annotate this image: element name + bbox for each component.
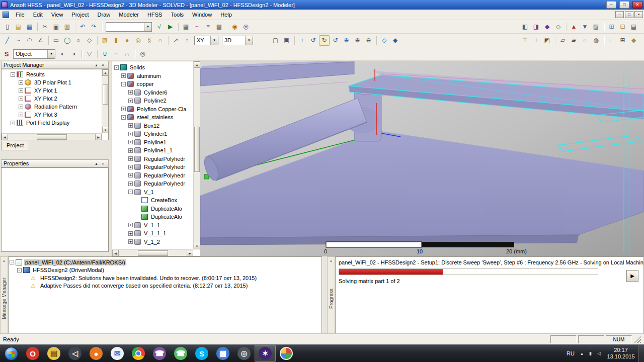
toolbar-separator[interactable] <box>553 35 557 46</box>
menu-file[interactable]: File <box>12 10 29 19</box>
hfss-solver-icon[interactable]: S <box>2 49 11 58</box>
show-desktop-button[interactable] <box>638 345 644 362</box>
close-icon[interactable]: × <box>328 258 334 264</box>
tree-item[interactable]: - V_1 <box>114 188 193 197</box>
tree-expander[interactable]: + <box>128 132 133 136</box>
select-face-icon[interactable]: ▣ <box>281 35 292 46</box>
rotate-screen-icon[interactable]: ↺ <box>330 35 341 46</box>
drawing-plane-combo[interactable]: XY <box>194 36 218 45</box>
draw-sphere-icon[interactable]: ● <box>122 35 132 46</box>
scroll-thumb[interactable] <box>37 134 67 140</box>
tree-item[interactable]: + Radiation Pattern <box>3 103 108 111</box>
tree-item[interactable]: + Cylinder1 <box>114 130 193 138</box>
taskbar-paint[interactable] <box>276 345 297 362</box>
chevron-down-icon[interactable] <box>144 23 151 31</box>
panel-splitter[interactable] <box>322 256 327 334</box>
menu-hfss[interactable]: HFSS <box>143 10 166 19</box>
toolbar-separator[interactable] <box>133 49 137 59</box>
scroll-left-icon[interactable]: ◀ <box>112 250 119 256</box>
rotate-around-center-icon[interactable]: ↺ <box>308 35 318 46</box>
scrollbar-vertical[interactable]: ▲ ▼ <box>193 61 200 249</box>
scroll-thumb[interactable] <box>103 84 108 105</box>
tree-expander[interactable]: + <box>19 80 23 85</box>
mesh-plot-icon[interactable]: ▨ <box>591 22 601 32</box>
vertex-handle[interactable] <box>204 174 209 179</box>
tree-item[interactable]: + RegularPolyhedr <box>114 179 193 188</box>
menu-view[interactable]: View <box>47 10 67 19</box>
close-icon[interactable]: × <box>100 62 106 68</box>
pin-icon[interactable]: ▴ <box>93 62 100 68</box>
tree-item[interactable]: - copper <box>114 80 193 88</box>
scroll-right-icon[interactable]: ▶ <box>187 250 193 256</box>
scroll-thumb[interactable] <box>138 250 168 256</box>
near-field-icon[interactable]: ◇ <box>553 22 564 32</box>
excitation-display-icon[interactable]: ⊟ <box>617 22 628 32</box>
results-plot-icon[interactable]: ◎ <box>240 22 251 32</box>
draw-ellipse-icon[interactable]: ◯ <box>62 35 72 46</box>
close-icon[interactable]: × <box>100 160 106 166</box>
taskbar-skype[interactable]: S <box>191 345 212 362</box>
cut-icon[interactable]: ✂ <box>40 22 50 32</box>
open-file-icon[interactable]: ▤ <box>13 22 24 32</box>
toolbar-separator[interactable] <box>602 22 606 32</box>
tray-show-hidden-icon[interactable]: ▴ <box>578 351 586 356</box>
tree-item[interactable]: + 3D Polar Plot 1 <box>3 78 108 86</box>
scroll-down-icon[interactable]: ▼ <box>102 127 109 133</box>
taskbar-hfss-app[interactable]: ✶ <box>255 345 276 362</box>
toolbar-separator[interactable] <box>564 22 568 32</box>
history-tree-icon[interactable]: ◎ <box>137 49 148 59</box>
tree-expander[interactable]: + <box>121 107 126 111</box>
menu-project[interactable]: Project <box>67 10 93 19</box>
toolbar-separator[interactable] <box>95 49 99 59</box>
select-next-icon[interactable]: ◑ <box>68 49 79 59</box>
tree-item[interactable]: CreateBox <box>114 196 193 205</box>
tree-expander[interactable]: + <box>121 73 126 78</box>
wireframe-view-icon[interactable]: ▱ <box>557 35 568 46</box>
pin-icon[interactable]: ▴ <box>93 160 100 166</box>
tree-expander[interactable]: + <box>128 239 133 244</box>
scroll-right-icon[interactable]: ▶ <box>95 134 102 140</box>
tree-item[interactable]: + XY Plot 3 <box>3 111 108 119</box>
boolean-intersect-icon[interactable]: ∩ <box>122 49 132 59</box>
tree-expander[interactable]: + <box>128 140 133 144</box>
draw-bondwire-icon[interactable]: ∩ <box>155 35 166 46</box>
draw-line-icon[interactable]: ╱ <box>2 35 13 46</box>
toolbar-separator[interactable] <box>95 35 99 46</box>
tab-project[interactable]: Project <box>1 141 29 150</box>
tree-expander[interactable]: + <box>128 165 133 169</box>
snap-settings-icon[interactable]: ◆ <box>628 35 639 46</box>
tree-item[interactable]: - steel_stainless <box>114 113 193 122</box>
toolbar-separator[interactable] <box>374 35 378 46</box>
tree-item[interactable]: + XY Plot 1 <box>3 86 108 95</box>
tree-expander[interactable]: - <box>17 268 22 273</box>
boolean-subtract-icon[interactable]: − <box>111 49 121 59</box>
pan-icon[interactable]: + <box>297 35 307 46</box>
plot-magnitude-icon[interactable]: ▲ <box>569 22 579 32</box>
scrollbar-vertical[interactable]: ▲ ▼ <box>102 69 108 133</box>
select-previous-icon[interactable]: ◐ <box>57 49 68 59</box>
3d-viewport[interactable]: 0 10 20 (mm) <box>200 61 644 256</box>
tree-item[interactable]: - Results <box>3 70 108 78</box>
grid-settings-icon[interactable]: ⊞ <box>617 35 628 46</box>
orient-bottom-icon[interactable]: ⊥ <box>531 35 541 46</box>
taskbar-clock[interactable]: 20:17 13.10.2015 <box>603 347 638 360</box>
taskbar-viber[interactable]: ☎ <box>149 345 170 362</box>
menu-tools[interactable]: Tools <box>167 10 188 19</box>
taskbar-opera[interactable]: O <box>22 345 43 362</box>
message-row[interactable]: HFSSDesign2: Solutions have been invalid… <box>10 274 320 282</box>
taskbar-media-player[interactable]: ● <box>86 345 107 362</box>
tree-item[interactable]: - Solids <box>114 63 193 72</box>
paste-icon[interactable]: ▥ <box>62 22 72 32</box>
scrollbar-horizontal[interactable]: ◀ ▶ <box>112 249 193 256</box>
tree-expander[interactable]: + <box>128 173 133 177</box>
window-close-button[interactable]: × <box>632 1 642 9</box>
tree-expander[interactable]: + <box>128 148 133 153</box>
copy-icon[interactable]: ▣ <box>51 22 61 32</box>
chevron-down-icon[interactable] <box>210 36 218 45</box>
chevron-down-icon[interactable] <box>47 50 55 58</box>
toolbar-separator[interactable] <box>176 22 180 32</box>
tree-expander[interactable]: + <box>128 90 133 95</box>
show-all-icon[interactable]: ◍ <box>591 35 601 46</box>
toolbar-separator[interactable] <box>100 22 104 32</box>
tree-expander[interactable]: - <box>128 190 133 194</box>
